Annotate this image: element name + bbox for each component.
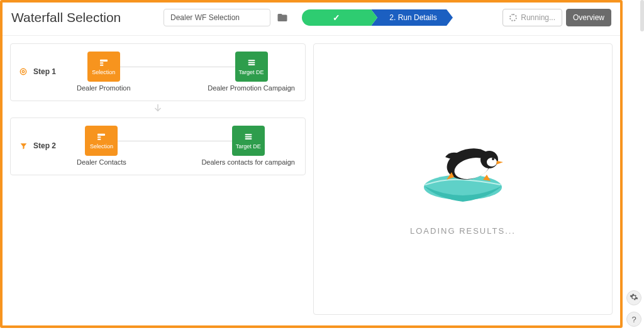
- svg-rect-10: [97, 139, 101, 140]
- node-name: Dealers contacts for campaign: [201, 158, 295, 166]
- arrow-down-icon: [152, 102, 164, 115]
- svg-rect-9: [97, 136, 101, 138]
- overview-button[interactable]: Overview: [566, 9, 611, 26]
- progress-step-2[interactable]: 2. Run Details: [371, 9, 447, 26]
- selection-name-input[interactable]: Dealer WF Selection: [164, 9, 270, 26]
- settings-button[interactable]: [626, 290, 641, 305]
- node-name: Dealer Promotion Campaign: [208, 84, 295, 92]
- svg-rect-2: [100, 60, 108, 62]
- filter-icon: [18, 141, 28, 151]
- selection-picker-wrap: Dealer WF Selection: [164, 9, 289, 26]
- header-actions: Running... Overview: [502, 9, 611, 26]
- node-pair: Selection Dealer Promotion Target DE Dea…: [77, 52, 295, 92]
- main-content: Step 1 Selection Dealer Promotion: [3, 36, 620, 322]
- app-frame: Waterfall Selection Dealer WF Selection …: [0, 0, 623, 328]
- results-panel: LOADING RESULTS...: [313, 43, 613, 315]
- step-row: Step 2 Selection Dealer Contacts: [18, 126, 295, 166]
- svg-rect-8: [97, 134, 105, 136]
- svg-rect-13: [245, 138, 252, 139]
- svg-rect-11: [245, 134, 252, 135]
- running-label: Running...: [521, 13, 555, 22]
- svg-rect-4: [100, 65, 103, 66]
- svg-point-18: [487, 158, 497, 166]
- selection-node[interactable]: Selection Dealer Promotion: [77, 52, 131, 92]
- svg-point-19: [492, 158, 494, 160]
- target-de-icon: Target DE: [232, 126, 265, 156]
- check-icon: ✓: [333, 13, 340, 23]
- loading-illustration: [406, 123, 519, 211]
- target-icon: [18, 67, 28, 77]
- target-node[interactable]: Target DE Dealer Promotion Campaign: [208, 52, 295, 92]
- progress-steps: ✓ 2. Run Details: [302, 9, 495, 26]
- progress-step-1[interactable]: ✓: [302, 9, 371, 26]
- step-label-wrap: Step 1: [18, 67, 65, 77]
- step-row: Step 1 Selection Dealer Promotion: [18, 52, 295, 92]
- page-title: Waterfall Selection: [11, 10, 156, 25]
- side-controls: ?: [626, 290, 641, 327]
- header-bar: Waterfall Selection Dealer WF Selection …: [3, 3, 620, 36]
- target-node[interactable]: Target DE Dealers contacts for campaign: [201, 126, 295, 166]
- svg-rect-3: [100, 62, 103, 63]
- svg-rect-7: [248, 64, 255, 65]
- folder-icon[interactable]: [275, 11, 289, 25]
- svg-point-1: [22, 70, 25, 73]
- loading-text: LOADING RESULTS...: [410, 226, 516, 236]
- step-connector: [10, 102, 306, 115]
- progress-step-2-label: 2. Run Details: [389, 13, 436, 22]
- svg-rect-6: [248, 62, 255, 63]
- step-card-1[interactable]: Step 1 Selection Dealer Promotion: [10, 43, 306, 101]
- selection-box-icon: Selection: [87, 52, 120, 82]
- help-button[interactable]: ?: [626, 312, 641, 327]
- node-name: Dealer Promotion: [77, 84, 131, 92]
- svg-rect-12: [245, 136, 252, 138]
- svg-rect-5: [248, 60, 255, 61]
- node-pair: Selection Dealer Contacts Target DE Deal…: [77, 126, 295, 166]
- node-type-label: Target DE: [239, 69, 264, 75]
- svg-point-0: [20, 68, 26, 74]
- gear-icon: [630, 293, 638, 303]
- node-type-label: Selection: [90, 143, 113, 150]
- node-type-label: Target DE: [236, 143, 261, 150]
- node-name: Dealer Contacts: [77, 158, 126, 166]
- help-icon: ?: [631, 315, 636, 324]
- step-card-2[interactable]: Step 2 Selection Dealer Contacts: [10, 117, 306, 175]
- step-label: Step 2: [33, 141, 56, 150]
- running-button[interactable]: Running...: [502, 9, 562, 26]
- selection-box-icon: Selection: [85, 126, 118, 156]
- scrollbar[interactable]: [640, 0, 644, 31]
- step-label: Step 1: [33, 67, 56, 76]
- spinner-icon: [509, 14, 517, 21]
- steps-panel: Step 1 Selection Dealer Promotion: [10, 43, 306, 315]
- node-type-label: Selection: [92, 69, 115, 75]
- step-label-wrap: Step 2: [18, 141, 65, 151]
- target-de-icon: Target DE: [235, 52, 268, 82]
- selection-node[interactable]: Selection Dealer Contacts: [77, 126, 126, 166]
- overview-label: Overview: [573, 13, 604, 22]
